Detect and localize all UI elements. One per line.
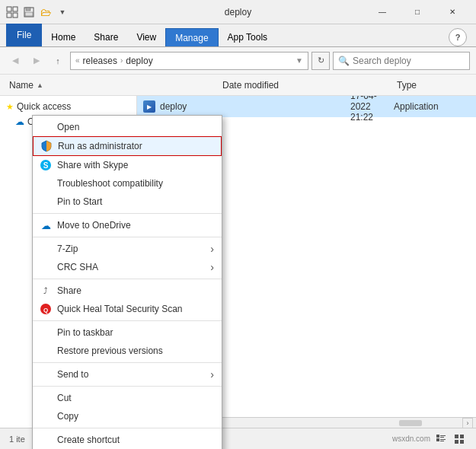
tab-view[interactable]: View bbox=[127, 28, 165, 46]
title-dropdown-icon: ▼ bbox=[56, 6, 69, 18]
svg-rect-0 bbox=[7, 7, 11, 11]
file-date-cell: 17-04-2022 21:22 bbox=[350, 96, 394, 123]
file-name-text: deploy bbox=[160, 101, 187, 112]
search-bar[interactable]: 🔍 bbox=[333, 52, 470, 70]
address-dropdown-arrow[interactable]: ▼ bbox=[296, 56, 303, 65]
address-icon: « bbox=[75, 56, 80, 65]
address-text: releases › deploy bbox=[83, 56, 153, 66]
ctx-copy-label: Copy bbox=[57, 411, 78, 422]
col-header-name[interactable]: Name ▲ bbox=[6, 80, 219, 91]
share-ctx-icon: ⤴ bbox=[39, 284, 53, 298]
window-controls: — □ ✕ bbox=[365, 0, 470, 24]
svg-rect-3 bbox=[13, 13, 18, 18]
main-area: ★ Quick access ☁ OneDrive ▶ deploy 17-04… bbox=[0, 96, 476, 428]
ctx-sep-5 bbox=[33, 362, 222, 363]
ctx-sep-3 bbox=[33, 279, 222, 279]
title-save-icon bbox=[23, 6, 35, 18]
back-button[interactable]: ◀ bbox=[6, 52, 24, 70]
shield-icon bbox=[40, 139, 53, 153]
svg-rect-18 bbox=[460, 435, 464, 438]
tab-share[interactable]: Share bbox=[85, 28, 127, 46]
ctx-crc-sha-label: CRC SHA bbox=[57, 262, 98, 272]
svg-rect-11 bbox=[436, 435, 439, 438]
details-view-button[interactable] bbox=[433, 431, 449, 447]
ctx-item-cut[interactable]: Cut bbox=[33, 389, 222, 407]
svg-rect-6 bbox=[25, 12, 33, 16]
close-button[interactable]: ✕ bbox=[435, 0, 470, 24]
ctx-create-shortcut-label: Create shortcut bbox=[57, 435, 120, 445]
search-input[interactable] bbox=[353, 56, 465, 66]
ctx-sep-7 bbox=[33, 428, 222, 428]
col-header-date[interactable]: Date modified bbox=[219, 80, 394, 91]
ctx-item-create-shortcut[interactable]: Create shortcut bbox=[33, 431, 222, 449]
window-icon bbox=[6, 6, 18, 18]
svg-rect-2 bbox=[7, 13, 11, 18]
ctx-pin-taskbar-label: Pin to taskbar bbox=[57, 327, 113, 338]
ctx-pin-start-label: Pin to Start bbox=[57, 196, 102, 207]
up-button[interactable]: ↑ bbox=[49, 52, 67, 70]
ctx-item-restore[interactable]: Restore previous versions bbox=[33, 342, 222, 360]
ctx-item-quickheal[interactable]: Q Quick Heal Total Security Scan bbox=[33, 300, 222, 318]
tab-file[interactable]: File bbox=[6, 24, 42, 46]
column-headers: Name ▲ Date modified Type bbox=[0, 75, 476, 96]
ctx-item-send-to[interactable]: Send to bbox=[33, 365, 222, 384]
context-menu: Open Run as administrator S Share with bbox=[32, 115, 222, 449]
onedrive-ctx-icon: ☁ bbox=[39, 218, 53, 232]
address-part-deploy[interactable]: deploy bbox=[126, 56, 152, 66]
maximize-button[interactable]: □ bbox=[400, 0, 435, 24]
svg-rect-5 bbox=[26, 8, 30, 11]
svg-rect-14 bbox=[436, 438, 439, 441]
ctx-item-pin-start[interactable]: Pin to Start bbox=[33, 193, 222, 211]
col-header-type[interactable]: Type bbox=[394, 80, 470, 91]
svg-rect-19 bbox=[455, 440, 458, 444]
ctx-restore-label: Restore previous versions bbox=[57, 346, 163, 356]
ctx-item-crc-sha[interactable]: CRC SHA bbox=[33, 258, 222, 276]
large-icons-view-button[interactable] bbox=[452, 431, 467, 447]
tab-app-tools[interactable]: App Tools bbox=[219, 28, 276, 46]
ctx-item-share[interactable]: ⤴ Share bbox=[33, 282, 222, 300]
file-type-cell: Application bbox=[394, 101, 470, 112]
scrollbar-thumb[interactable] bbox=[399, 420, 422, 426]
ctx-sep-2 bbox=[33, 237, 222, 237]
search-icon: 🔍 bbox=[338, 56, 350, 66]
quickheal-icon: Q bbox=[39, 302, 53, 316]
ctx-send-to-label: Send to bbox=[57, 369, 88, 380]
ctx-sep-1 bbox=[33, 213, 222, 214]
minimize-button[interactable]: — bbox=[365, 0, 400, 24]
help-button[interactable]: ? bbox=[449, 28, 467, 46]
sort-arrow: ▲ bbox=[37, 81, 43, 89]
address-part-releases[interactable]: releases bbox=[83, 56, 117, 66]
ctx-item-share-skype[interactable]: S Share with Skype bbox=[33, 156, 222, 174]
tab-manage[interactable]: Manage bbox=[165, 28, 218, 46]
svg-rect-12 bbox=[440, 435, 446, 436]
ctx-sep-6 bbox=[33, 386, 222, 387]
item-count: 1 ite bbox=[9, 435, 25, 444]
ctx-item-copy[interactable]: Copy bbox=[33, 407, 222, 425]
sidebar-label-quickaccess: Quick access bbox=[17, 101, 71, 112]
status-right: wsxdn.com bbox=[392, 431, 467, 447]
app-file-icon: ▶ bbox=[143, 100, 155, 113]
forward-button[interactable]: ▶ bbox=[27, 52, 46, 70]
ctx-move-onedrive-label: Move to OneDrive bbox=[57, 220, 131, 231]
sidebar-item-quickaccess[interactable]: ★ Quick access bbox=[0, 99, 136, 114]
tab-home[interactable]: Home bbox=[42, 28, 85, 46]
ctx-item-pin-taskbar[interactable]: Pin to taskbar bbox=[33, 323, 222, 342]
file-name-cell: ▶ deploy bbox=[143, 100, 350, 113]
ctx-troubleshoot-label: Troubleshoot compatibility bbox=[57, 178, 163, 189]
svg-rect-17 bbox=[455, 435, 458, 438]
ribbon-tabs: File Home Share View Manage App Tools ? bbox=[0, 24, 476, 47]
ctx-item-run-admin[interactable]: Run as administrator bbox=[33, 136, 222, 156]
ctx-item-move-onedrive[interactable]: ☁ Move to OneDrive bbox=[33, 216, 222, 234]
refresh-button[interactable]: ↻ bbox=[311, 52, 330, 70]
svg-rect-1 bbox=[13, 7, 18, 11]
toolbar: ◀ ▶ ↑ « releases › deploy ▼ ↻ 🔍 bbox=[0, 47, 476, 75]
scroll-right-button[interactable]: › bbox=[462, 418, 473, 428]
ctx-item-open[interactable]: Open bbox=[33, 118, 222, 136]
ctx-item-7zip[interactable]: 7-Zip bbox=[33, 240, 222, 258]
ctx-quickheal-label: Quick Heal Total Security Scan bbox=[57, 304, 183, 314]
ctx-open-label: Open bbox=[57, 122, 79, 132]
address-bar[interactable]: « releases › deploy ▼ bbox=[70, 52, 308, 70]
table-row[interactable]: ▶ deploy 17-04-2022 21:22 Application bbox=[137, 96, 476, 117]
title-bar-icons: 🗁 ▼ bbox=[6, 6, 69, 18]
ctx-item-troubleshoot[interactable]: Troubleshoot compatibility bbox=[33, 174, 222, 193]
